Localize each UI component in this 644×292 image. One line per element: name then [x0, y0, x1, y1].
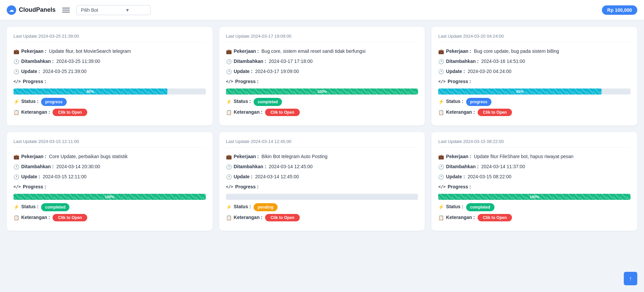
scroll-to-top-button[interactable]: ↑: [624, 272, 637, 285]
pekerjaan-label: Pekerjaan : Update fitur FileShare bot, …: [446, 153, 573, 160]
keterangan-label: Keterangan :: [234, 214, 264, 221]
card-header-0: Last Update 2024-03-25 21:39:00: [13, 34, 206, 42]
clock-add-icon: 🕐: [226, 163, 232, 171]
progress-container-0: 80%: [13, 88, 206, 95]
clock-add-icon: 🕐: [13, 58, 19, 65]
progress-label: Progress :: [23, 183, 47, 190]
card-keterangan-row-3: 📋 Keterangan : Clik to Open: [13, 214, 206, 221]
task-card-4: Last Update 2024-03-14 12:45:00 💼 Pekerj…: [219, 132, 425, 231]
ditambahkan-label: Ditambahkan : 2024-03-14 20:30:00: [21, 163, 100, 170]
card-pekerjaan-row-5: 💼 Pekerjaan : Update fitur FileShare bot…: [438, 153, 631, 160]
briefcase-icon: 💼: [13, 48, 19, 55]
card-progress-row-0: </> Progress :: [13, 78, 206, 85]
card-update-row-4: 🕐 Update : 2024-03-14 12:45:00: [226, 173, 418, 181]
status-badge-2: progress: [466, 98, 491, 106]
card-progress-row-4: </> Progress :: [226, 183, 418, 190]
card-ditambahkan-row-2: 🕐 Ditambahkan : 2024-03-16 14:51:00: [438, 58, 631, 65]
lightning-icon: ⚡: [438, 204, 444, 211]
task-card-5: Last Update 2024-03-15 08:22:00 💼 Pekerj…: [431, 132, 637, 231]
card-update-row-3: 🕐 Update : 2024-03-15 12:11:00: [13, 173, 206, 181]
card-status-row-3: ⚡ Status : completed: [13, 203, 206, 211]
status-label: Status :: [234, 203, 252, 210]
click-to-open-button-5[interactable]: Clik to Open: [478, 214, 512, 221]
pekerjaan-label: Pekerjaan : Update fitur, bot MovieSearc…: [21, 48, 131, 55]
card-keterangan-row-4: 📋 Keterangan : Clik to Open: [226, 214, 418, 221]
status-label: Status :: [234, 98, 252, 105]
click-to-open-button-1[interactable]: Clik to Open: [265, 109, 300, 116]
balance-badge: Rp 100,000: [602, 5, 637, 15]
card-status-row-4: ⚡ Status : pending: [226, 203, 418, 211]
chevron-down-icon: ▼: [125, 7, 130, 13]
status-badge-0: progress: [41, 98, 66, 106]
logo-icon: ☁: [7, 5, 16, 15]
progress-container-1: 100%: [226, 88, 418, 95]
card-progress-row-2: </> Progress :: [438, 78, 631, 85]
update-label: Update : 2024-03-15 12:11:00: [21, 173, 87, 180]
clock-update-icon: 🕐: [438, 174, 444, 181]
ditambahkan-label: Ditambahkan : 2024-03-14 12:45:00: [234, 163, 313, 170]
clock-update-icon: 🕐: [226, 174, 232, 181]
list-icon: 📋: [13, 109, 19, 116]
lightning-icon: ⚡: [438, 98, 444, 105]
card-ditambahkan-row-5: 🕐 Ditambahkan : 2024-03-14 11:37:00: [438, 163, 631, 171]
logo-text: CloudPanels: [19, 6, 56, 13]
bot-select-dropdown[interactable]: Pilih Bot ▼: [76, 5, 151, 15]
clock-add-icon: 🕐: [438, 163, 444, 171]
keterangan-label: Keterangan :: [21, 109, 52, 116]
code-icon: </>: [438, 78, 446, 84]
click-to-open-button-3[interactable]: Clik to Open: [53, 214, 87, 221]
list-icon: 📋: [438, 214, 444, 221]
click-to-open-button-0[interactable]: Clik to Open: [53, 109, 87, 116]
card-keterangan-row-0: 📋 Keterangan : Clik to Open: [13, 109, 206, 116]
briefcase-icon: 💼: [438, 48, 444, 55]
card-header-5: Last Update 2024-03-15 08:22:00: [438, 139, 631, 148]
lightning-icon: ⚡: [13, 98, 19, 105]
progress-percent-0: 80%: [87, 89, 94, 94]
keterangan-label: Keterangan :: [234, 109, 264, 116]
card-status-row-2: ⚡ Status : progress: [438, 98, 631, 106]
code-icon: </>: [226, 184, 233, 190]
progress-container-4: [226, 194, 418, 200]
pekerjaan-label: Pekerjaan : Bug core update, bug pada si…: [446, 48, 559, 55]
card-progress-row-1: </> Progress :: [226, 78, 418, 85]
hamburger-button[interactable]: [61, 6, 71, 14]
lightning-icon: ⚡: [13, 204, 19, 211]
click-to-open-button-4[interactable]: Clik to Open: [265, 214, 300, 221]
card-ditambahkan-row-4: 🕐 Ditambahkan : 2024-03-14 12:45:00: [226, 163, 418, 171]
code-icon: </>: [226, 78, 233, 84]
card-progress-row-3: </> Progress :: [13, 183, 206, 190]
card-pekerjaan-row-0: 💼 Pekerjaan : Update fitur, bot MovieSea…: [13, 48, 206, 55]
status-label: Status :: [21, 98, 40, 105]
card-keterangan-row-1: 📋 Keterangan : Clik to Open: [226, 109, 418, 116]
progress-percent-1: 100%: [317, 89, 327, 94]
progress-percent-2: 85%: [516, 89, 524, 94]
progress-bar-0: 80%: [13, 88, 167, 95]
update-label: Update : 2024-03-20 04:24:00: [446, 68, 511, 75]
update-label: Update : 2024-03-17 19:09:00: [234, 68, 299, 75]
progress-label: Progress :: [448, 78, 472, 85]
card-pekerjaan-row-2: 💼 Pekerjaan : Bug core update, bug pada …: [438, 48, 631, 55]
clock-update-icon: 🕐: [438, 68, 444, 75]
clock-update-icon: 🕐: [13, 174, 19, 181]
progress-percent-5: 100%: [530, 195, 539, 199]
status-label: Status :: [21, 203, 40, 210]
card-header-4: Last Update 2024-03-14 12:45:00: [226, 139, 418, 148]
bot-select-label: Pilih Bot: [81, 7, 98, 13]
pekerjaan-label: Pekerjaan : Bikin Bot telegram Auto Post…: [234, 153, 328, 160]
keterangan-label: Keterangan :: [446, 214, 476, 221]
status-label: Status :: [446, 98, 464, 105]
list-icon: 📋: [226, 214, 232, 221]
progress-label: Progress :: [448, 183, 472, 190]
status-badge-5: completed: [466, 203, 494, 211]
click-to-open-button-2[interactable]: Clik to Open: [478, 109, 512, 116]
status-badge-1: completed: [254, 98, 282, 106]
card-update-row-5: 🕐 Update : 2024-03-15 08:22:00: [438, 173, 631, 181]
progress-bar-5: 100%: [438, 194, 631, 200]
header: ☁ CloudPanels Pilih Bot ▼ Rp 100,000: [0, 0, 644, 20]
card-header-3: Last Update 2024-03-15 12:11:00: [13, 139, 206, 148]
list-icon: 📋: [226, 109, 232, 116]
card-pekerjaan-row-1: 💼 Pekerjaan : Bug core, sistem email res…: [226, 48, 418, 55]
list-icon: 📋: [13, 214, 19, 221]
code-icon: </>: [13, 78, 21, 84]
briefcase-icon: 💼: [226, 48, 232, 55]
